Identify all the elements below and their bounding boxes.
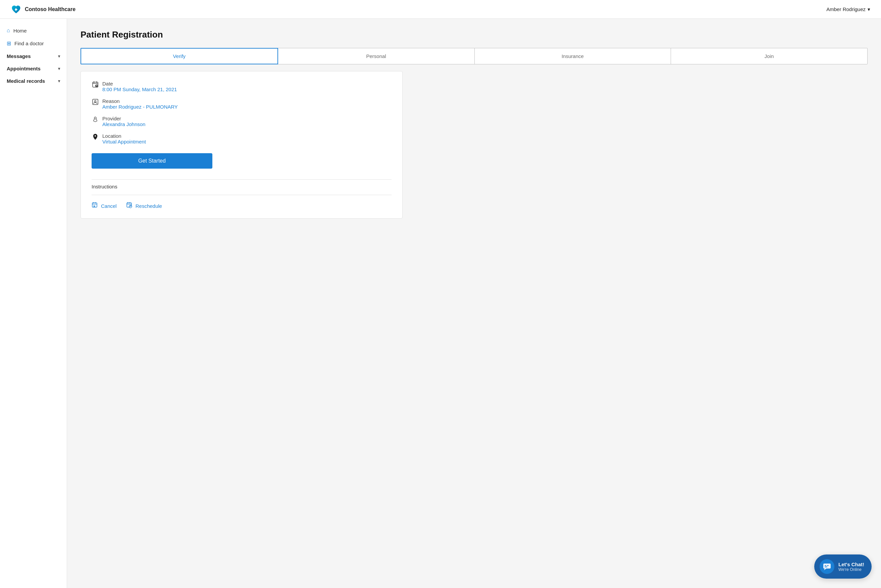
page-title: Patient Registration: [81, 30, 867, 40]
reason-icon: [92, 99, 99, 107]
date-row: Date 8:00 PM Sunday, March 21, 2021: [92, 81, 391, 92]
messages-chevron-icon: ▾: [58, 54, 60, 58]
user-menu[interactable]: Amber Rodriguez ▾: [826, 6, 870, 12]
card-actions: Cancel Reschedule: [92, 199, 391, 210]
user-name: Amber Rodriguez: [826, 6, 866, 12]
tab-insurance[interactable]: Insurance: [475, 48, 671, 64]
svg-point-8: [95, 100, 96, 102]
find-doctor-icon: ⊞: [7, 40, 11, 46]
location-content: Location Virtual Appointment: [102, 133, 146, 144]
medical-records-chevron-icon: ▾: [58, 79, 60, 84]
location-row: Location Virtual Appointment: [92, 133, 391, 144]
brand-name: Contoso Healthcare: [25, 6, 75, 12]
svg-rect-23: [825, 565, 826, 566]
reschedule-label: Reschedule: [135, 203, 162, 209]
svg-rect-22: [823, 564, 831, 568]
cancel-icon: [92, 202, 98, 210]
sidebar-home-label: Home: [14, 28, 27, 33]
sidebar-item-home[interactable]: ⌂ Home: [0, 24, 67, 37]
reason-label: Reason: [102, 98, 178, 104]
header: Contoso Healthcare Amber Rodriguez ▾: [0, 0, 881, 19]
cancel-label: Cancel: [101, 203, 117, 209]
reason-row: Reason Amber Rodriguez - PULMONARY: [92, 98, 391, 110]
location-icon: [92, 134, 99, 142]
date-label: Date: [102, 81, 177, 87]
sidebar-section-appointments[interactable]: Appointments ▾: [0, 62, 67, 75]
provider-label: Provider: [102, 116, 145, 122]
instructions-label: Instructions: [92, 184, 391, 189]
provider-icon: [92, 116, 99, 124]
date-icon: [92, 81, 99, 90]
provider-content: Provider Alexandra Johnson: [102, 116, 145, 127]
provider-value: Alexandra Johnson: [102, 122, 145, 127]
tab-join[interactable]: Join: [671, 48, 867, 64]
location-value: Virtual Appointment: [102, 139, 146, 144]
svg-rect-24: [827, 565, 829, 566]
chat-widget[interactable]: Let's Chat! We're Online: [814, 555, 872, 579]
chat-subtitle: We're Online: [838, 567, 864, 572]
cancel-button[interactable]: Cancel: [92, 202, 117, 210]
appointment-card: Date 8:00 PM Sunday, March 21, 2021 Reas…: [81, 71, 403, 219]
date-value: 8:00 PM Sunday, March 21, 2021: [102, 87, 177, 92]
home-icon: ⌂: [7, 27, 10, 33]
reason-value: Amber Rodriguez - PULMONARY: [102, 104, 178, 110]
divider-instructions: [92, 179, 391, 180]
user-chevron-icon: ▾: [867, 6, 870, 12]
svg-point-9: [94, 117, 96, 119]
sidebar-medical-records-label: Medical records: [7, 78, 45, 84]
sidebar-section-medical-records[interactable]: Medical records ▾: [0, 75, 67, 87]
brand: Contoso Healthcare: [11, 4, 75, 15]
chat-text: Let's Chat! We're Online: [838, 561, 864, 572]
sidebar-section-messages[interactable]: Messages ▾: [0, 50, 67, 62]
logo-icon: [11, 4, 21, 15]
main-content: Patient Registration Verify Personal Ins…: [67, 19, 881, 588]
tab-personal[interactable]: Personal: [278, 48, 475, 64]
reason-content: Reason Amber Rodriguez - PULMONARY: [102, 98, 178, 110]
provider-row: Provider Alexandra Johnson: [92, 116, 391, 127]
sidebar-messages-label: Messages: [7, 53, 31, 59]
svg-point-10: [95, 135, 96, 137]
sidebar-item-find-doctor[interactable]: ⊞ Find a doctor: [0, 37, 67, 50]
chat-icon: [819, 559, 834, 574]
location-label: Location: [102, 133, 146, 139]
divider-actions: [92, 195, 391, 195]
date-content: Date 8:00 PM Sunday, March 21, 2021: [102, 81, 177, 92]
appointments-chevron-icon: ▾: [58, 66, 60, 71]
sidebar: ⌂ Home ⊞ Find a doctor Messages ▾ Appoin…: [0, 19, 67, 588]
sidebar-find-doctor-label: Find a doctor: [14, 40, 44, 46]
get-started-button[interactable]: Get Started: [92, 153, 212, 169]
tabs: Verify Personal Insurance Join: [81, 48, 867, 64]
reschedule-button[interactable]: Reschedule: [126, 202, 162, 210]
reschedule-icon: [126, 202, 133, 210]
tab-verify[interactable]: Verify: [81, 48, 278, 64]
chat-title: Let's Chat!: [838, 561, 864, 567]
svg-rect-25: [825, 567, 827, 567]
sidebar-appointments-label: Appointments: [7, 66, 41, 71]
